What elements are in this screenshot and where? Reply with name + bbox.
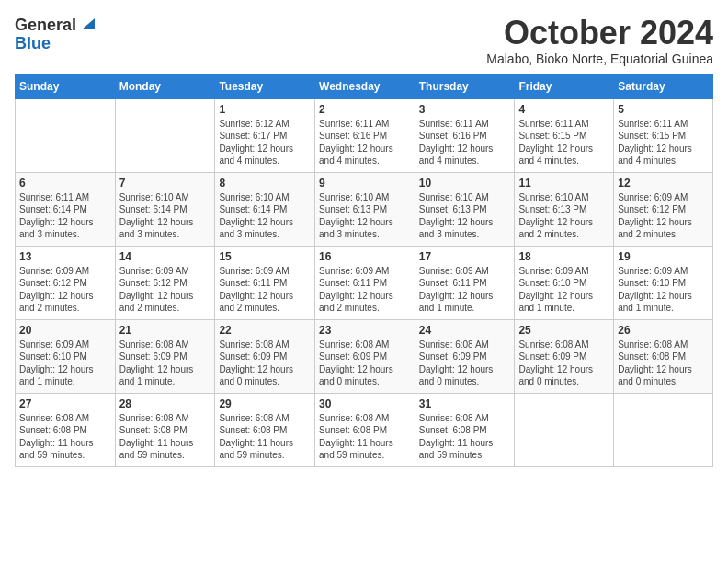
calendar-cell: 29Sunrise: 6:08 AM Sunset: 6:08 PM Dayli… bbox=[215, 393, 315, 466]
day-info: Sunrise: 6:08 AM Sunset: 6:08 PM Dayligh… bbox=[219, 412, 311, 462]
day-number: 19 bbox=[618, 250, 709, 263]
day-info: Sunrise: 6:09 AM Sunset: 6:12 PM Dayligh… bbox=[119, 265, 211, 315]
day-info: Sunrise: 6:11 AM Sunset: 6:16 PM Dayligh… bbox=[319, 118, 411, 167]
day-number: 17 bbox=[419, 250, 511, 263]
calendar-cell: 25Sunrise: 6:08 AM Sunset: 6:09 PM Dayli… bbox=[515, 319, 614, 393]
calendar-cell: 28Sunrise: 6:08 AM Sunset: 6:08 PM Dayli… bbox=[115, 393, 215, 466]
title-section: October 2024 Malabo, Bioko Norte, Equato… bbox=[486, 15, 713, 66]
day-info: Sunrise: 6:10 AM Sunset: 6:13 PM Dayligh… bbox=[518, 191, 609, 241]
day-info: Sunrise: 6:09 AM Sunset: 6:12 PM Dayligh… bbox=[19, 265, 111, 315]
day-info: Sunrise: 6:08 AM Sunset: 6:09 PM Dayligh… bbox=[319, 339, 411, 388]
calendar-week-2: 6Sunrise: 6:11 AM Sunset: 6:14 PM Daylig… bbox=[16, 172, 713, 246]
weekday-header-wednesday: Wednesday bbox=[315, 74, 415, 98]
day-number: 27 bbox=[19, 397, 111, 410]
calendar-cell: 6Sunrise: 6:11 AM Sunset: 6:14 PM Daylig… bbox=[16, 172, 116, 246]
calendar-header: SundayMondayTuesdayWednesdayThursdayFrid… bbox=[16, 74, 713, 98]
day-info: Sunrise: 6:11 AM Sunset: 6:15 PM Dayligh… bbox=[618, 118, 709, 167]
day-info: Sunrise: 6:08 AM Sunset: 6:09 PM Dayligh… bbox=[419, 339, 511, 388]
calendar-cell: 5Sunrise: 6:11 AM Sunset: 6:15 PM Daylig… bbox=[614, 98, 713, 172]
calendar-cell: 8Sunrise: 6:10 AM Sunset: 6:14 PM Daylig… bbox=[215, 172, 315, 246]
day-info: Sunrise: 6:10 AM Sunset: 6:14 PM Dayligh… bbox=[119, 191, 211, 241]
day-number: 3 bbox=[419, 103, 511, 116]
calendar-cell: 2Sunrise: 6:11 AM Sunset: 6:16 PM Daylig… bbox=[315, 98, 415, 172]
calendar-cell: 21Sunrise: 6:08 AM Sunset: 6:09 PM Dayli… bbox=[115, 319, 215, 393]
calendar-week-4: 20Sunrise: 6:09 AM Sunset: 6:10 PM Dayli… bbox=[16, 319, 713, 393]
day-info: Sunrise: 6:10 AM Sunset: 6:13 PM Dayligh… bbox=[419, 191, 511, 241]
calendar-cell: 10Sunrise: 6:10 AM Sunset: 6:13 PM Dayli… bbox=[415, 172, 515, 246]
month-title: October 2024 bbox=[486, 15, 713, 52]
calendar-cell: 23Sunrise: 6:08 AM Sunset: 6:09 PM Dayli… bbox=[315, 319, 415, 393]
calendar-cell bbox=[515, 393, 614, 466]
weekday-header-friday: Friday bbox=[515, 74, 614, 98]
day-number: 10 bbox=[419, 177, 511, 190]
calendar-cell: 3Sunrise: 6:11 AM Sunset: 6:16 PM Daylig… bbox=[415, 98, 515, 172]
calendar-cell: 11Sunrise: 6:10 AM Sunset: 6:13 PM Dayli… bbox=[515, 172, 614, 246]
calendar-cell: 27Sunrise: 6:08 AM Sunset: 6:08 PM Dayli… bbox=[16, 393, 116, 466]
day-info: Sunrise: 6:11 AM Sunset: 6:16 PM Dayligh… bbox=[419, 118, 511, 167]
day-number: 20 bbox=[19, 324, 111, 337]
day-info: Sunrise: 6:08 AM Sunset: 6:08 PM Dayligh… bbox=[319, 412, 411, 462]
day-number: 4 bbox=[518, 103, 609, 116]
day-number: 29 bbox=[219, 397, 311, 410]
calendar-cell: 18Sunrise: 6:09 AM Sunset: 6:10 PM Dayli… bbox=[515, 246, 614, 319]
calendar-week-5: 27Sunrise: 6:08 AM Sunset: 6:08 PM Dayli… bbox=[16, 393, 713, 466]
calendar-cell bbox=[16, 98, 116, 172]
calendar-cell: 31Sunrise: 6:08 AM Sunset: 6:08 PM Dayli… bbox=[415, 393, 515, 466]
calendar-cell: 1Sunrise: 6:12 AM Sunset: 6:17 PM Daylig… bbox=[215, 98, 315, 172]
calendar-body: 1Sunrise: 6:12 AM Sunset: 6:17 PM Daylig… bbox=[16, 98, 713, 466]
day-info: Sunrise: 6:08 AM Sunset: 6:08 PM Dayligh… bbox=[618, 339, 709, 388]
calendar-cell: 13Sunrise: 6:09 AM Sunset: 6:12 PM Dayli… bbox=[16, 246, 116, 319]
day-number: 5 bbox=[618, 103, 709, 116]
calendar-cell: 19Sunrise: 6:09 AM Sunset: 6:10 PM Dayli… bbox=[614, 246, 713, 319]
calendar-cell: 14Sunrise: 6:09 AM Sunset: 6:12 PM Dayli… bbox=[115, 246, 215, 319]
calendar-table: SundayMondayTuesdayWednesdayThursdayFrid… bbox=[15, 74, 713, 467]
day-number: 18 bbox=[518, 250, 609, 263]
calendar-cell: 22Sunrise: 6:08 AM Sunset: 6:09 PM Dayli… bbox=[215, 319, 315, 393]
svg-marker-0 bbox=[82, 18, 95, 29]
calendar-cell: 24Sunrise: 6:08 AM Sunset: 6:09 PM Dayli… bbox=[415, 319, 515, 393]
calendar-cell: 15Sunrise: 6:09 AM Sunset: 6:11 PM Dayli… bbox=[215, 246, 315, 319]
day-number: 13 bbox=[19, 250, 111, 263]
logo-general-text: General bbox=[15, 17, 76, 33]
day-number: 1 bbox=[219, 103, 311, 116]
day-info: Sunrise: 6:08 AM Sunset: 6:09 PM Dayligh… bbox=[119, 339, 211, 388]
weekday-header-monday: Monday bbox=[115, 74, 215, 98]
weekday-header-sunday: Sunday bbox=[16, 74, 116, 98]
day-info: Sunrise: 6:09 AM Sunset: 6:11 PM Dayligh… bbox=[319, 265, 411, 315]
location-subtitle: Malabo, Bioko Norte, Equatorial Guinea bbox=[486, 52, 713, 66]
calendar-week-1: 1Sunrise: 6:12 AM Sunset: 6:17 PM Daylig… bbox=[16, 98, 713, 172]
day-info: Sunrise: 6:08 AM Sunset: 6:08 PM Dayligh… bbox=[19, 412, 111, 462]
day-info: Sunrise: 6:09 AM Sunset: 6:11 PM Dayligh… bbox=[219, 265, 311, 315]
logo-blue-text: Blue bbox=[15, 35, 51, 52]
weekday-header-tuesday: Tuesday bbox=[215, 74, 315, 98]
day-number: 31 bbox=[419, 397, 511, 410]
calendar-week-3: 13Sunrise: 6:09 AM Sunset: 6:12 PM Dayli… bbox=[16, 246, 713, 319]
day-info: Sunrise: 6:08 AM Sunset: 6:09 PM Dayligh… bbox=[518, 339, 609, 388]
day-info: Sunrise: 6:11 AM Sunset: 6:15 PM Dayligh… bbox=[518, 118, 609, 167]
day-number: 26 bbox=[618, 324, 709, 337]
page-header: General Blue October 2024 Malabo, Bioko … bbox=[15, 15, 713, 66]
calendar-cell: 26Sunrise: 6:08 AM Sunset: 6:08 PM Dayli… bbox=[614, 319, 713, 393]
weekday-header-saturday: Saturday bbox=[614, 74, 713, 98]
day-info: Sunrise: 6:08 AM Sunset: 6:09 PM Dayligh… bbox=[219, 339, 311, 388]
day-number: 2 bbox=[319, 103, 411, 116]
calendar-cell: 4Sunrise: 6:11 AM Sunset: 6:15 PM Daylig… bbox=[515, 98, 614, 172]
calendar-cell bbox=[614, 393, 713, 466]
day-number: 11 bbox=[518, 177, 609, 190]
day-number: 23 bbox=[319, 324, 411, 337]
day-info: Sunrise: 6:09 AM Sunset: 6:10 PM Dayligh… bbox=[518, 265, 609, 315]
day-info: Sunrise: 6:09 AM Sunset: 6:12 PM Dayligh… bbox=[618, 191, 709, 241]
day-info: Sunrise: 6:09 AM Sunset: 6:10 PM Dayligh… bbox=[618, 265, 709, 315]
day-number: 14 bbox=[119, 250, 211, 263]
day-number: 16 bbox=[319, 250, 411, 263]
day-info: Sunrise: 6:09 AM Sunset: 6:11 PM Dayligh… bbox=[419, 265, 511, 315]
logo: General Blue bbox=[15, 15, 95, 52]
day-number: 7 bbox=[119, 177, 211, 190]
day-info: Sunrise: 6:09 AM Sunset: 6:10 PM Dayligh… bbox=[19, 339, 111, 388]
day-number: 12 bbox=[618, 177, 709, 190]
calendar-cell: 17Sunrise: 6:09 AM Sunset: 6:11 PM Dayli… bbox=[415, 246, 515, 319]
day-number: 21 bbox=[119, 324, 211, 337]
calendar-cell: 20Sunrise: 6:09 AM Sunset: 6:10 PM Dayli… bbox=[16, 319, 116, 393]
day-number: 15 bbox=[219, 250, 311, 263]
day-info: Sunrise: 6:10 AM Sunset: 6:14 PM Dayligh… bbox=[219, 191, 311, 241]
